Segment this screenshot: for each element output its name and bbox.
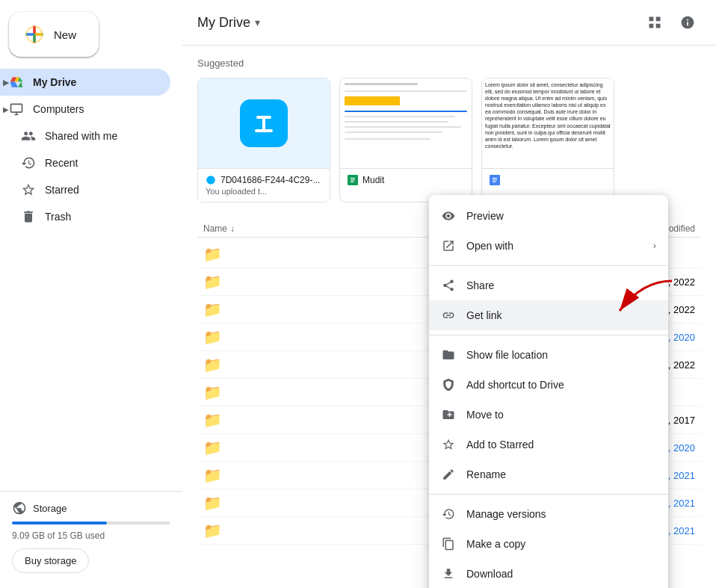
make-copy-label: Make a copy [466, 538, 656, 550]
copy-icon [441, 536, 456, 551]
folder-icon: 📁 [203, 494, 224, 512]
sidebar-item-trash[interactable]: Trash [0, 203, 170, 230]
sidebar-item-my-drive[interactable]: ▶ My Drive [0, 69, 170, 96]
menu-item-make-copy[interactable]: Make a copy [429, 529, 668, 559]
get-link-label: Get link [466, 309, 656, 321]
card-thumbnail-1 [198, 78, 330, 168]
menu-divider [429, 335, 668, 335]
menu-item-download[interactable]: Download [429, 559, 668, 588]
svg-point-10 [206, 176, 215, 185]
storage-section: Storage 9.09 GB of 15 GB used Buy storag… [0, 491, 182, 582]
svg-rect-9 [256, 116, 271, 119]
svg-rect-4 [33, 35, 36, 42]
sidebar-item-computers[interactable]: ▶ Computers [0, 96, 170, 123]
location-icon [441, 347, 456, 362]
plus-icon [24, 24, 45, 45]
open-with-label: Open with [466, 240, 643, 252]
context-menu: Preview Open with › Share [429, 195, 668, 588]
starred-icon [21, 182, 36, 197]
menu-item-add-starred[interactable]: Add to Starred [429, 430, 668, 459]
menu-item-rename[interactable]: Rename [429, 459, 668, 489]
file-icon [206, 175, 216, 185]
menu-item-move-to[interactable]: Move to [429, 400, 668, 430]
menu-item-preview[interactable]: Preview [429, 201, 668, 231]
star-icon [441, 437, 456, 452]
menu-item-share[interactable]: Share [429, 270, 668, 300]
sidebar-item-label: Recent [45, 157, 78, 169]
versions-icon [441, 507, 456, 522]
svg-rect-3 [33, 27, 36, 34]
card-sub-1: You uploaded t... [206, 187, 322, 196]
download-label: Download [466, 568, 656, 580]
dropdown-arrow-icon[interactable]: ▾ [255, 16, 260, 28]
suggested-card-3[interactable]: Lorem ipsum dolor sit amet, consectetur … [481, 78, 614, 202]
sidebar-item-starred[interactable]: Starred [0, 176, 170, 203]
suggested-card-1[interactable]: 7D041686-F244-4C29-... You uploaded t... [197, 78, 330, 202]
move-icon [441, 407, 456, 422]
app-icon [240, 99, 288, 147]
folder-icon: 📁 [203, 522, 224, 539]
sidebar-item-label: Trash [45, 211, 71, 223]
sidebar-item-shared[interactable]: Shared with me [0, 123, 170, 149]
grid-icon [647, 15, 662, 30]
card-thumbnail-3: Lorem ipsum dolor sit amet, consectetur … [482, 78, 614, 168]
open-with-icon [441, 238, 456, 253]
sheets-icon [348, 175, 358, 185]
recent-icon [21, 155, 36, 170]
card-thumbnail-2 [340, 78, 472, 168]
new-button[interactable]: New [9, 12, 99, 57]
share-icon [441, 278, 456, 293]
show-location-label: Show file location [466, 349, 656, 361]
info-button[interactable] [674, 9, 701, 36]
folder-icon: 📁 [203, 245, 224, 263]
menu-divider [429, 265, 668, 266]
folder-icon: 📁 [203, 300, 224, 318]
menu-item-manage-versions[interactable]: Manage versions [429, 499, 668, 529]
grid-view-button[interactable] [641, 9, 668, 36]
storage-icon [12, 501, 27, 516]
drive-title: My Drive ▾ [197, 15, 260, 31]
storage-text: 9.09 GB of 15 GB used [12, 530, 170, 541]
menu-divider [429, 494, 668, 495]
storage-bar [12, 522, 170, 524]
menu-item-add-shortcut[interactable]: Add shortcut to Drive [429, 370, 668, 400]
suggested-cards: 7D041686-F244-4C29-... You uploaded t... [197, 78, 701, 202]
sidebar-item-label: Shared with me [45, 130, 117, 142]
folder-icon: 📁 [203, 411, 224, 429]
menu-item-show-location[interactable]: Show file location [429, 340, 668, 370]
sidebar-item-label: Computers [33, 103, 84, 115]
docs-icon [490, 175, 500, 185]
expand-icon: ▶ [0, 105, 12, 114]
sidebar-item-label: My Drive [33, 76, 76, 88]
download-icon [441, 566, 456, 581]
doc-preview-3: Lorem ipsum dolor sit amet, consectetur … [482, 78, 614, 168]
card-name-2: Mudit [348, 175, 464, 185]
card-footer-1: 7D041686-F244-4C29-... You uploaded t... [198, 168, 330, 202]
svg-rect-5 [27, 33, 34, 36]
menu-item-get-link[interactable]: Get link [429, 300, 668, 330]
shortcut-icon [441, 377, 456, 392]
sidebar: New ▶ My Drive ▶ [0, 0, 182, 588]
rename-label: Rename [466, 468, 656, 480]
folder-icon: 📁 [203, 466, 224, 484]
menu-item-open-with[interactable]: Open with › [429, 231, 668, 261]
sidebar-item-recent[interactable]: Recent [0, 149, 170, 176]
link-icon [441, 308, 456, 323]
sidebar-navigation: ▶ My Drive ▶ Computers [0, 69, 182, 491]
expand-icon: ▶ [0, 78, 12, 87]
doc-preview-2 [340, 78, 472, 168]
card-name-3 [490, 175, 606, 185]
card-footer-2: Mudit [340, 168, 472, 191]
card-footer-3 [482, 168, 614, 191]
main-header: My Drive ▾ [182, 0, 716, 46]
preview-label: Preview [466, 210, 656, 222]
shared-icon [21, 129, 36, 143]
suggested-card-2[interactable]: Mudit [339, 78, 472, 202]
buy-storage-button[interactable]: Buy storage [12, 548, 89, 573]
folder-icon: 📁 [203, 383, 224, 401]
info-icon [680, 15, 695, 30]
move-to-label: Move to [466, 409, 656, 421]
sidebar-item-label: Starred [45, 184, 79, 196]
storage-label: Storage [12, 501, 170, 516]
trash-icon [21, 209, 36, 224]
